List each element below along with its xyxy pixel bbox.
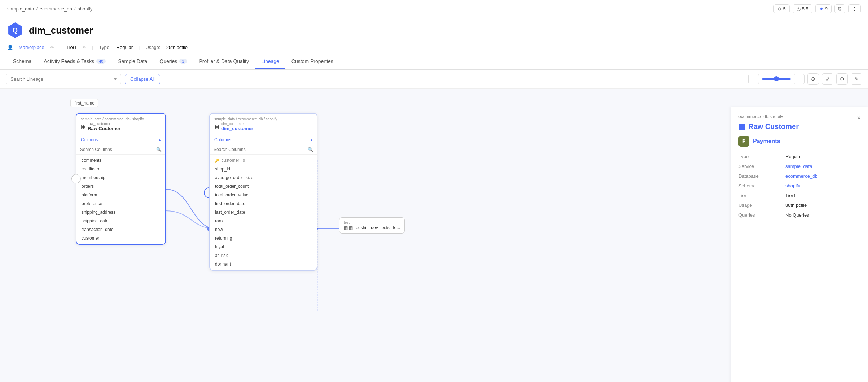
tab-sample[interactable]: Sample Data bbox=[112, 54, 153, 69]
page-header: Q dim_customer bbox=[0, 18, 868, 43]
zoom-slider[interactable] bbox=[762, 78, 791, 80]
node-dim-customer: sample_data / ecommerce_db / shopify ▦ d… bbox=[209, 113, 317, 271]
views-badge: ⊙ 5 bbox=[773, 4, 789, 13]
col-returning: returning bbox=[210, 234, 317, 243]
table-icon-dim: ▦ bbox=[214, 124, 219, 129]
node-dim-sub: dim_customer bbox=[221, 122, 253, 126]
node-raw-col-list: comments creditcard membership orders pl… bbox=[76, 155, 165, 244]
edit-owner-icon[interactable]: ✏ bbox=[50, 45, 54, 50]
clock-icon: ◷ bbox=[797, 6, 801, 12]
panel-title: ▦ Raw Customer bbox=[738, 122, 861, 131]
node-raw-columns-toggle[interactable]: Columns ▴ bbox=[76, 135, 165, 145]
entity-icon: Q bbox=[7, 22, 23, 38]
stars-count: 9 bbox=[825, 6, 828, 12]
panel-avatar: P bbox=[738, 136, 749, 147]
col-shipping-address: shipping_address bbox=[76, 208, 165, 217]
eye-icon: ⊙ bbox=[777, 6, 781, 12]
tab-schema[interactable]: Schema bbox=[7, 54, 37, 69]
col-customer: customer bbox=[76, 234, 165, 243]
node-dim-header: sample_data / ecommerce_db / shopify ▦ d… bbox=[210, 114, 317, 135]
node-raw-col-search[interactable]: 🔍 bbox=[76, 145, 165, 155]
edit-lineage-button[interactable]: ✎ bbox=[851, 73, 862, 85]
share-button[interactable]: ⎘ bbox=[834, 4, 845, 13]
node-dim-col-search[interactable]: 🔍 bbox=[210, 145, 317, 155]
col-dormant: dormant bbox=[210, 260, 317, 268]
table-icon-small: ▦ ▦ bbox=[344, 225, 353, 230]
breadcrumb-part-2[interactable]: ecommerce_db bbox=[40, 6, 72, 12]
tab-custom[interactable]: Custom Properties bbox=[286, 54, 339, 69]
prop-schema-value[interactable]: shopify bbox=[785, 183, 861, 188]
col-comments: comments bbox=[76, 156, 165, 165]
zoom-in-button[interactable]: + bbox=[794, 74, 805, 84]
col-customer-id: 🔑 customer_id bbox=[210, 156, 317, 165]
breadcrumb-part-1[interactable]: sample_data bbox=[7, 6, 34, 12]
key-icon: 🔑 bbox=[215, 159, 219, 163]
prop-tier-value: Tier1 bbox=[785, 193, 861, 198]
prop-tier-label: Tier bbox=[738, 193, 782, 198]
col-transaction-date: transaction_date bbox=[76, 225, 165, 234]
panel-properties: Type Regular Service sample_data Databas… bbox=[738, 154, 861, 218]
node-raw-col-search-input[interactable] bbox=[80, 147, 154, 152]
zoom-out-button[interactable]: − bbox=[748, 74, 759, 84]
dim-chevron-up: ▴ bbox=[310, 137, 312, 142]
more-icon: ⋮ bbox=[852, 6, 857, 12]
version-badge: ◷ 5.5 bbox=[793, 4, 812, 13]
panel-db-path: ecommerce_db.shopify bbox=[738, 114, 861, 119]
fit-view-button[interactable]: ⊙ bbox=[807, 73, 819, 85]
breadcrumb-part-3[interactable]: shopify bbox=[78, 6, 92, 12]
prop-schema-label: Schema bbox=[738, 183, 782, 188]
more-button[interactable]: ⋮ bbox=[848, 4, 861, 13]
prop-queries-value: No Queries bbox=[785, 212, 861, 218]
node-dim-breadcrumb: sample_data / ecommerce_db / shopify bbox=[214, 117, 312, 121]
breadcrumb-actions: ⊙ 5 ◷ 5.5 ★ 9 ⎘ ⋮ bbox=[773, 4, 861, 13]
search-icon-raw: 🔍 bbox=[156, 147, 162, 152]
prop-type-label: Type bbox=[738, 154, 782, 159]
owner-link[interactable]: Marketplace bbox=[19, 45, 44, 50]
prop-database-value[interactable]: ecommerce_db bbox=[785, 173, 861, 179]
node-dim-col-search-input[interactable] bbox=[214, 147, 306, 152]
lineage-area: ▾ Collapse All − + ⊙ ⤢ ⚙ ✎ bbox=[0, 70, 868, 382]
col-last-order-date: last_order_date bbox=[210, 208, 317, 217]
chevron-down-icon: ▾ bbox=[114, 76, 117, 82]
col-first-order-date: first_order_date bbox=[210, 199, 317, 208]
search-icon-dim: 🔍 bbox=[308, 147, 313, 152]
lineage-search-input[interactable] bbox=[10, 76, 111, 82]
usage-value: 25th pctile bbox=[166, 45, 188, 50]
columns-chevron-up: ▴ bbox=[159, 137, 161, 142]
collapse-all-button[interactable]: Collapse All bbox=[125, 74, 160, 84]
share-icon: ⎘ bbox=[838, 6, 841, 12]
panel-subtitle-row: P Payments bbox=[738, 136, 861, 147]
node-raw-sub: raw_customer bbox=[88, 122, 120, 126]
tab-queries-badge: 1 bbox=[179, 59, 187, 64]
usage-label: Usage: bbox=[145, 45, 160, 50]
expand-button[interactable]: ⤢ bbox=[822, 73, 833, 85]
node-add-upstream-button[interactable]: + bbox=[71, 174, 81, 183]
edit-tier-icon[interactable]: ✏ bbox=[83, 45, 86, 50]
panel-subtitle: Payments bbox=[753, 138, 780, 145]
tab-queries[interactable]: Queries 1 bbox=[154, 54, 192, 69]
col-new: new bbox=[210, 225, 317, 234]
prop-usage-label: Usage bbox=[738, 203, 782, 208]
col-rank: rank bbox=[210, 217, 317, 225]
stars-badge: ★ 9 bbox=[815, 4, 832, 13]
tier-value: Tier1 bbox=[66, 45, 77, 50]
col-shop-id: shop_id bbox=[210, 165, 317, 173]
lineage-search-box[interactable]: ▾ bbox=[6, 74, 121, 84]
prop-queries-label: Queries bbox=[738, 212, 782, 218]
panel-close-button[interactable]: × bbox=[857, 114, 861, 122]
prop-database-label: Database bbox=[738, 173, 782, 179]
small-node-label: test bbox=[344, 221, 400, 225]
col-shipping-date: shipping_date bbox=[76, 217, 165, 225]
node-dim-col-list: 🔑 customer_id shop_id average_order_size… bbox=[210, 155, 317, 270]
node-dim-columns-toggle[interactable]: Columns ▴ bbox=[210, 135, 317, 145]
breadcrumb-sep-2: / bbox=[74, 6, 76, 12]
tab-lineage[interactable]: Lineage bbox=[255, 54, 285, 69]
tab-activity[interactable]: Activity Feeds & Tasks 40 bbox=[38, 54, 111, 69]
prop-usage-value: 88th pctile bbox=[785, 203, 861, 208]
col-membership: membership bbox=[76, 173, 165, 182]
tab-profiler[interactable]: Profiler & Data Quality bbox=[193, 54, 255, 69]
settings-button[interactable]: ⚙ bbox=[836, 73, 848, 85]
col-preference: preference bbox=[76, 199, 165, 208]
breadcrumb: sample_data / ecommerce_db / shopify ⊙ 5… bbox=[0, 0, 868, 18]
prop-service-value[interactable]: sample_data bbox=[785, 164, 861, 169]
